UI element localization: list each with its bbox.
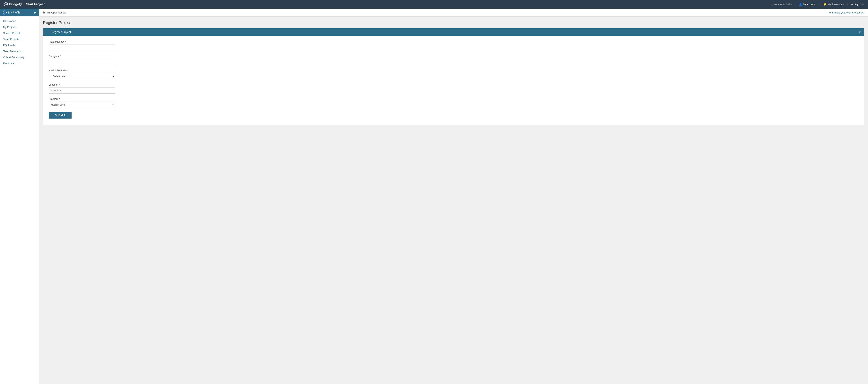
sign-out-label: Sign Out <box>854 3 864 6</box>
sidebar-item-label: Cohort Community <box>3 56 24 59</box>
form-body: Project Name * Category * <box>43 36 864 125</box>
page-title-bold: Start <box>26 3 33 6</box>
required-asterisk: * <box>59 98 60 100</box>
required-asterisk: * <box>65 40 66 43</box>
sidebar-item-label: Shared Projects <box>3 32 21 35</box>
sidebar-item-feedback[interactable]: Feedback <box>0 60 39 66</box>
sidebar-item-get-started[interactable]: Get Started <box>0 18 39 24</box>
main-content: 🏛 IHI Open School Physician Quality Impr… <box>39 9 868 384</box>
separator-1: | <box>795 3 796 6</box>
sidebar-profile-arrow: ▶ <box>34 11 36 14</box>
form-panel: — Register Project ∨ Project Name * <box>43 28 864 125</box>
panel-collapse-icon[interactable]: — <box>46 30 50 34</box>
sub-header: 🏛 IHI Open School Physician Quality Impr… <box>39 9 868 16</box>
sidebar: 👤 My Profile ▶ Get Started My Projects S… <box>0 9 39 384</box>
date-display: November 8, 2023 <box>771 3 792 6</box>
panel-chevron-icon[interactable]: ∨ <box>859 31 861 34</box>
sidebar-item-cohort-community[interactable]: Cohort Community <box>0 54 39 60</box>
institution-name: IHI Open School <box>47 11 66 14</box>
sidebar-item-pqi-leads[interactable]: PQI Leads <box>0 42 39 48</box>
sidebar-profile[interactable]: 👤 My Profile ▶ <box>0 9 39 16</box>
project-name-group: Project Name * <box>49 40 859 51</box>
category-label: Category * <box>49 55 859 58</box>
health-authority-label: Health Authority * <box>49 69 859 72</box>
project-name-label: Project Name * <box>49 40 859 43</box>
my-account-label: My Account <box>803 3 816 6</box>
my-account-link[interactable]: 👤 My Account <box>799 3 816 6</box>
program-select[interactable]: *Select One Physician Quality Improvemen… <box>49 102 115 108</box>
program-group: Program * *Select One Physician Quality … <box>49 98 859 108</box>
logo-text: BridgeQI <box>9 3 22 6</box>
location-label: Location * <box>49 83 859 86</box>
page-title-rest: Project <box>33 3 45 6</box>
location-group: Location * <box>49 83 859 94</box>
program-field-label: Program * <box>49 98 859 100</box>
sidebar-item-my-projects[interactable]: My Projects <box>0 24 39 30</box>
sidebar-item-label: PQI Leads <box>3 44 15 47</box>
institution-icon: 🏛 <box>43 11 46 14</box>
sidebar-item-label: Get Started <box>3 20 16 23</box>
required-asterisk: * <box>67 69 68 72</box>
category-input[interactable] <box>49 59 115 65</box>
top-nav-right: November 8, 2023 | 👤 My Account | 📁 My R… <box>771 3 864 6</box>
sidebar-item-shared-projects[interactable]: Shared Projects <box>0 30 39 36</box>
category-group: Category * <box>49 55 859 65</box>
sidebar-item-label: My Projects <box>3 26 17 29</box>
account-icon: 👤 <box>799 3 802 6</box>
sidebar-profile-left: 👤 My Profile <box>3 10 20 14</box>
main-layout: 👤 My Profile ▶ Get Started My Projects S… <box>0 9 868 384</box>
health-authority-group: Health Authority * * Select one Fraser H… <box>49 69 859 79</box>
sidebar-item-team-projects[interactable]: Team Projects <box>0 36 39 42</box>
project-name-input[interactable] <box>49 44 115 51</box>
page-title: Start Project <box>26 3 45 6</box>
resources-icon: 📁 <box>823 3 827 6</box>
required-asterisk: * <box>59 83 60 86</box>
form-panel-header: — Register Project ∨ <box>43 28 864 36</box>
sidebar-profile-label: My Profile <box>8 11 20 14</box>
profile-icon: 👤 <box>3 10 7 14</box>
app-logo[interactable]: ⊙ BridgeQI <box>4 2 22 6</box>
panel-header-left: — Register Project <box>46 30 71 34</box>
sub-header-left: 🏛 IHI Open School <box>43 11 66 14</box>
sign-out-link[interactable]: ↪ Sign Out <box>851 3 864 6</box>
sidebar-item-team-members[interactable]: Team Members <box>0 48 39 54</box>
location-input[interactable] <box>49 87 115 94</box>
sidebar-item-label: Feedback <box>3 62 14 65</box>
separator-2: | <box>819 3 820 6</box>
separator-3: | <box>847 3 848 6</box>
my-resources-link[interactable]: 📁 My Resources <box>823 3 844 6</box>
panel-title: Register Project <box>52 31 71 34</box>
sidebar-item-label: Team Members <box>3 50 21 53</box>
logo-icon: ⊙ <box>4 2 8 6</box>
sidebar-item-label: Team Projects <box>3 38 19 41</box>
sign-out-icon: ↪ <box>851 3 853 6</box>
top-navigation: ⊙ BridgeQI Start Project November 8, 202… <box>0 0 868 9</box>
health-authority-select[interactable]: * Select one Fraser Health Interior Heal… <box>49 73 115 79</box>
page-content: Register Project — Register Project ∨ Pr… <box>39 16 868 129</box>
sidebar-nav: Get Started My Projects Shared Projects … <box>0 16 39 68</box>
required-asterisk: * <box>60 55 61 58</box>
submit-button[interactable]: SUBMIT <box>49 112 71 118</box>
program-label: Physician Quality Improvement <box>829 11 864 14</box>
page-heading: Register Project <box>43 21 864 25</box>
my-resources-label: My Resources <box>828 3 844 6</box>
